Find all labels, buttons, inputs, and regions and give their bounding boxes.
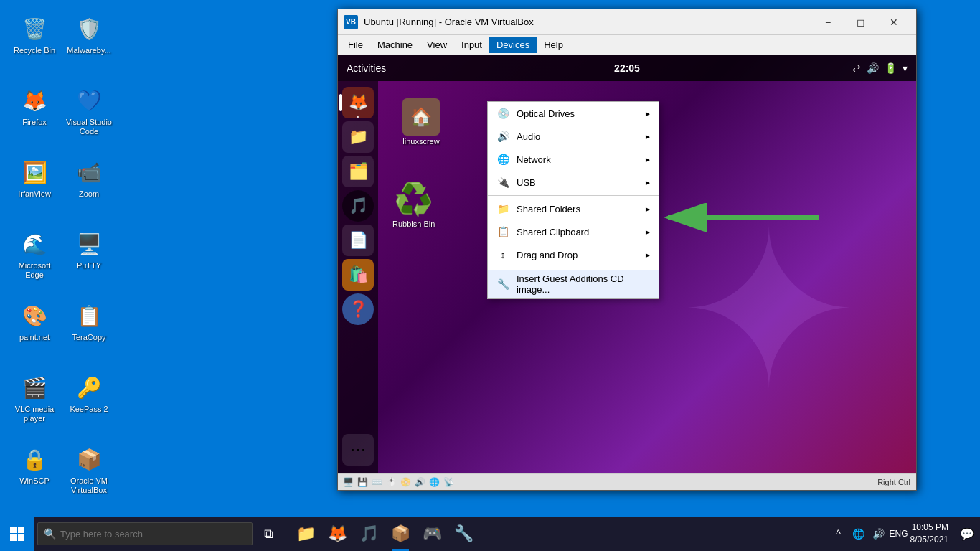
vbox-statusbar: 🖥️ 💾 ⌨️ 🖱️ 📀 🔊 🌐 📡 Right Ctrl — [338, 473, 916, 490]
status-icon-1[interactable]: 🖥️ — [341, 475, 355, 489]
devices-dropdown-menu: 💿 Optical Drives ► 🔊 Audio ► 🌐 Network ►… — [487, 101, 659, 299]
shared-folders-icon: 📁 — [495, 201, 511, 217]
status-icon-5[interactable]: 📀 — [398, 475, 413, 489]
taskbar-app-guitar[interactable]: 🎵 — [353, 517, 385, 551]
rubbish-bin-icon-img: ♻️ — [395, 181, 433, 218]
desktop-icon-label-malwarebytes: Malwareby... — [67, 46, 111, 55]
right-ctrl-label: Right Ctrl — [877, 478, 913, 486]
activities-button[interactable]: Activities — [347, 62, 386, 74]
desktop-icon-label-putty: PuTTY — [77, 261, 101, 270]
desktop-icon-label-recycle-bin: Recycle Bin — [14, 46, 55, 55]
menu-input[interactable]: Input — [454, 37, 489, 53]
menu-usb[interactable]: 🔌 USB ► — [488, 171, 659, 194]
menu-view[interactable]: View — [420, 37, 454, 53]
network-label: Network — [517, 154, 551, 165]
desktop-icon-label-paintnet: paint.net — [19, 333, 50, 342]
ubuntu-topbar: Activities 22:05 ⇄ 🔊 🔋 ▾ — [338, 55, 916, 81]
desktop-icon-recycle-bin[interactable]: 🗑️Recycle Bin — [9, 14, 60, 55]
desktop-icon-vlc[interactable]: 🎬VLC media player — [9, 373, 60, 423]
desktop-icon-edge[interactable]: 🌊Microsoft Edge — [9, 230, 60, 280]
dock-store[interactable]: 🛍️ — [342, 259, 374, 291]
tray-network-icon[interactable]: 🌐 — [850, 517, 867, 551]
ubuntu-network-icon: ⇄ — [852, 62, 861, 74]
drag-drop-label: Drag and Drop — [517, 250, 578, 260]
taskbar-search[interactable]: 🔍 — [37, 522, 253, 545]
tray-chevron[interactable]: ^ — [830, 517, 847, 551]
desktop-icon-zoom[interactable]: 📹Zoom — [63, 158, 115, 199]
task-view-button[interactable]: ⧉ — [253, 517, 284, 551]
rubbish-bin-icon[interactable]: ♻️ Rubbish Bin — [392, 181, 435, 228]
taskbar-virtualbox[interactable]: 📦 — [385, 517, 416, 551]
tray-language[interactable]: ENG — [890, 517, 908, 551]
menu-separator-1 — [488, 195, 659, 196]
desktop-icon-oracle-vm[interactable]: 📦Oracle VM VirtualBox — [63, 445, 115, 495]
desktop-icon-keepass[interactable]: 🔑KeePass 2 — [63, 373, 115, 414]
desktop-icon-paintnet[interactable]: 🎨paint.net — [9, 301, 60, 342]
vbox-menubar: File Machine View Input Devices Help — [338, 35, 916, 55]
desktop-icon-winscp[interactable]: 🔒WinSCP — [9, 445, 60, 486]
search-input[interactable] — [60, 529, 246, 540]
menu-audio[interactable]: 🔊 Audio ► — [488, 125, 659, 148]
svg-rect-2 — [10, 527, 17, 533]
status-icon-8[interactable]: 📡 — [441, 475, 456, 489]
close-button[interactable]: ✕ — [877, 9, 910, 35]
rubbish-bin-label: Rubbish Bin — [392, 220, 435, 228]
desktop-icon-teracopy[interactable]: 📋TeraCopy — [63, 301, 115, 342]
taskbar-firefox[interactable]: 🦊 — [321, 517, 353, 551]
status-icon-6[interactable]: 🔊 — [413, 475, 427, 489]
dock-folder[interactable]: 🗂️ — [342, 156, 374, 187]
desktop-icon-vscode[interactable]: 💙Visual Studio Code — [63, 86, 115, 136]
usb-arrow: ► — [644, 179, 651, 187]
status-icon-3[interactable]: ⌨️ — [369, 475, 384, 489]
linuxscrew-label: linuxscrew — [402, 137, 439, 146]
audio-label: Audio — [517, 131, 540, 142]
desktop-icon-putty[interactable]: 🖥️PuTTY — [63, 230, 115, 270]
menu-machine[interactable]: Machine — [370, 37, 420, 53]
taskbar-clock[interactable]: 10:05 PM 8/05/2021 — [910, 522, 948, 546]
menu-network[interactable]: 🌐 Network ► — [488, 148, 659, 171]
menu-file[interactable]: File — [341, 37, 370, 53]
dock-firefox[interactable]: 🦊 — [342, 87, 374, 118]
taskbar-pinned-apps: 📁 🦊 🎵 📦 🎮 🔧 — [290, 517, 479, 551]
menu-drag-drop[interactable]: ↕️ Drag and Drop ► — [488, 243, 659, 266]
minimize-button[interactable]: − — [811, 9, 844, 35]
menu-shared-clipboard[interactable]: 📋 Shared Clipboard ► — [488, 220, 659, 243]
desktop-icon-label-vscode: Visual Studio Code — [63, 118, 115, 136]
notification-center-button[interactable]: 💬 — [957, 517, 977, 551]
menu-devices[interactable]: Devices — [489, 37, 537, 53]
desktop-icon-firefox[interactable]: 🦊Firefox — [9, 86, 60, 127]
menu-shared-folders[interactable]: 📁 Shared Folders ► — [488, 197, 659, 220]
desktop-icon-img-edge: 🌊 — [20, 230, 49, 258]
tray-sound-icon[interactable]: 🔊 — [870, 517, 887, 551]
status-icon-7[interactable]: 🌐 — [427, 475, 441, 489]
dock-files[interactable]: 📁 — [342, 121, 374, 153]
insert-guest-label: Insert Guest Additions CD image... — [517, 273, 651, 295]
restore-button[interactable]: ◻ — [844, 9, 877, 35]
desktop-icon-img-zoom: 📹 — [75, 158, 103, 187]
linuxscrew-icon[interactable]: 🏠 linuxscrew — [402, 98, 440, 146]
svg-rect-5 — [18, 534, 24, 541]
menu-insert-guest-additions[interactable]: 🔧 Insert Guest Additions CD image... — [488, 270, 659, 298]
vbox-titlebar: VB Ubuntu [Running] - Oracle VM VirtualB… — [338, 9, 916, 35]
dock-apps-grid[interactable]: ⋯ — [342, 434, 374, 466]
status-icon-2[interactable]: 💾 — [355, 475, 369, 489]
taskbar-app-game[interactable]: 🎮 — [416, 517, 448, 551]
desktop-icon-irfanview[interactable]: 🖼️IrfanView — [9, 158, 60, 199]
insert-guest-icon: 🔧 — [495, 276, 511, 292]
taskbar-app-misc[interactable]: 🔧 — [448, 517, 479, 551]
start-button[interactable] — [0, 517, 34, 551]
desktop-icon-img-recycle-bin: 🗑️ — [20, 14, 49, 43]
dock-sound[interactable]: 🎵 — [342, 190, 374, 222]
menu-optical-drives[interactable]: 💿 Optical Drives ► — [488, 102, 659, 125]
desktop-icon-label-winscp: WinSCP — [19, 476, 50, 486]
drag-drop-arrow: ► — [644, 251, 651, 259]
dock-document[interactable]: 📄 — [342, 225, 374, 256]
taskbar-file-explorer[interactable]: 📁 — [290, 517, 321, 551]
menu-help[interactable]: Help — [537, 37, 570, 53]
optical-drives-label: Optical Drives — [517, 108, 575, 119]
desktop-icon-malwarebytes[interactable]: 🛡️Malwareby... — [63, 14, 115, 55]
taskbar-date-value: 8/05/2021 — [910, 534, 948, 546]
status-icon-4[interactable]: 🖱️ — [384, 475, 398, 489]
dock-help[interactable]: ❓ — [342, 293, 374, 325]
green-arrow-indicator — [661, 203, 819, 235]
